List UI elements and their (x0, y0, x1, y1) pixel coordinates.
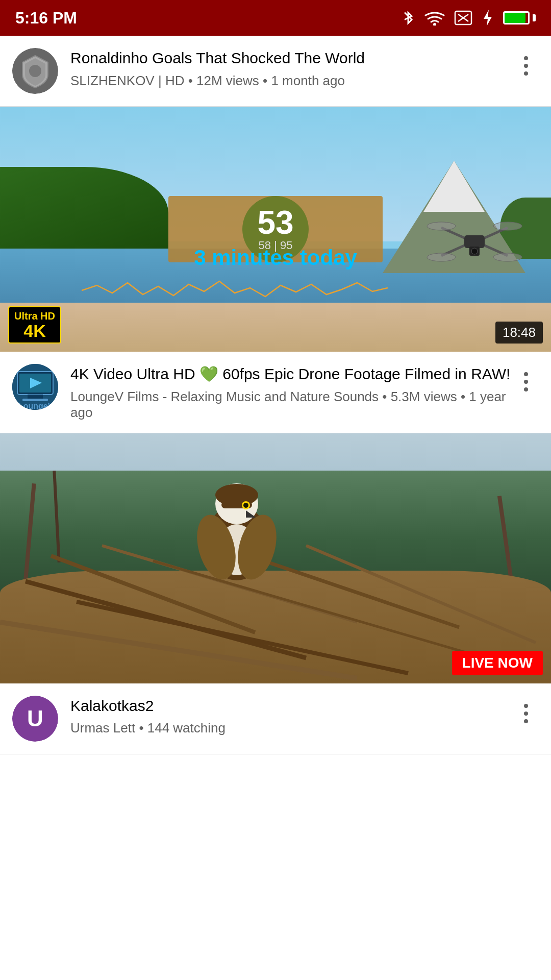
ultra-hd-badge: Ultra HD 4K (8, 306, 61, 344)
avatar-loungev: LoungeV (12, 364, 58, 410)
svg-point-14 (427, 222, 456, 230)
thumbnail-drone[interactable]: 53 58 | 95 3 minutes today (0, 107, 551, 352)
video-info-drone: 4K Video Ultra HD 💚 60fps Epic Drone Foo… (70, 364, 513, 421)
svg-marker-4 (484, 10, 492, 26)
more-options-button-ronaldinho[interactable] (513, 48, 539, 84)
svg-point-19 (471, 248, 478, 254)
battery-icon (503, 11, 536, 24)
svg-rect-9 (464, 235, 485, 248)
avatar-kalakotkas: U (12, 696, 58, 742)
charge-icon (482, 9, 494, 27)
wifi-icon (424, 10, 445, 26)
video-thumbnail-osprey[interactable]: LIVE NOW (0, 433, 551, 683)
view-count: 12M views (196, 73, 259, 88)
video-info-kalakotkas: Kalakotkas2 Urmas Lett • 144 watching (70, 696, 513, 737)
svg-rect-23 (22, 399, 48, 401)
thumbnail-osprey[interactable]: LIVE NOW (0, 433, 551, 683)
sim-icon (454, 10, 472, 26)
view-count-kalakotkas: 144 watching (147, 720, 226, 736)
video-title-drone: 4K Video Ultra HD 💚 60fps Epic Drone Foo… (70, 364, 513, 385)
svg-point-16 (427, 253, 456, 261)
status-time: 5:16 PM (15, 9, 77, 28)
drone-icon (426, 215, 523, 271)
svg-point-0 (433, 23, 436, 26)
osprey-bird (170, 476, 303, 588)
svg-line-31 (306, 546, 536, 643)
time-today-text: 3 minutes today (194, 246, 357, 270)
bird-scene (0, 433, 551, 683)
duration-badge: 18:48 (495, 322, 543, 344)
video-title-ronaldinho: Ronaldinho Goals That Shocked The World (70, 48, 513, 69)
channel-name-kalakotkas: Urmas Lett (70, 720, 135, 736)
more-options-button-kalakotkas[interactable] (513, 696, 539, 731)
video-thumbnail-drone[interactable]: 53 58 | 95 3 minutes today (0, 107, 551, 352)
views: • (188, 73, 196, 88)
video-meta-drone: LoungeV Films - Relaxing Music and Natur… (70, 389, 513, 421)
video-item-drone[interactable]: LoungeV 4K Video Ultra HD 💚 60fps Epic D… (0, 352, 551, 433)
svg-point-17 (493, 253, 522, 261)
video-age: 1 month ago (271, 73, 345, 88)
svg-point-15 (493, 222, 522, 230)
channel-name-loungev: LoungeV Films - Relaxing Music and Natur… (70, 389, 379, 404)
svg-marker-8 (423, 161, 485, 212)
video-info-ronaldinho: Ronaldinho Goals That Shocked The World … (70, 48, 513, 89)
bluetooth-icon (401, 9, 415, 27)
video-item-kalakotkas[interactable]: U Kalakotkas2 Urmas Lett • 144 watching (0, 683, 551, 754)
score-number: 53 (257, 206, 293, 239)
video-item-ronaldinho[interactable]: Ronaldinho Goals That Shocked The World … (0, 36, 551, 107)
status-bar: 5:16 PM (0, 0, 551, 36)
live-now-badge: LIVE NOW (452, 651, 543, 675)
waveform (82, 275, 388, 303)
channel-name: SLIZHENKOV | HD (70, 73, 184, 88)
more-options-button-drone[interactable] (513, 364, 539, 400)
video-meta-kalakotkas: Urmas Lett • 144 watching (70, 720, 513, 736)
avatar-ronaldinho (12, 48, 58, 94)
status-icons (401, 9, 536, 27)
svg-point-6 (29, 65, 41, 77)
svg-point-41 (243, 503, 248, 508)
video-title-kalakotkas: Kalakotkas2 (70, 696, 513, 717)
video-meta-ronaldinho: SLIZHENKOV | HD • 12M views • 1 month ag… (70, 73, 513, 89)
svg-rect-22 (28, 395, 43, 399)
landscape-scene: 53 58 | 95 3 minutes today (0, 107, 551, 352)
svg-text:LoungeV: LoungeV (18, 402, 54, 410)
view-count-drone: 5.3M views (391, 389, 457, 404)
